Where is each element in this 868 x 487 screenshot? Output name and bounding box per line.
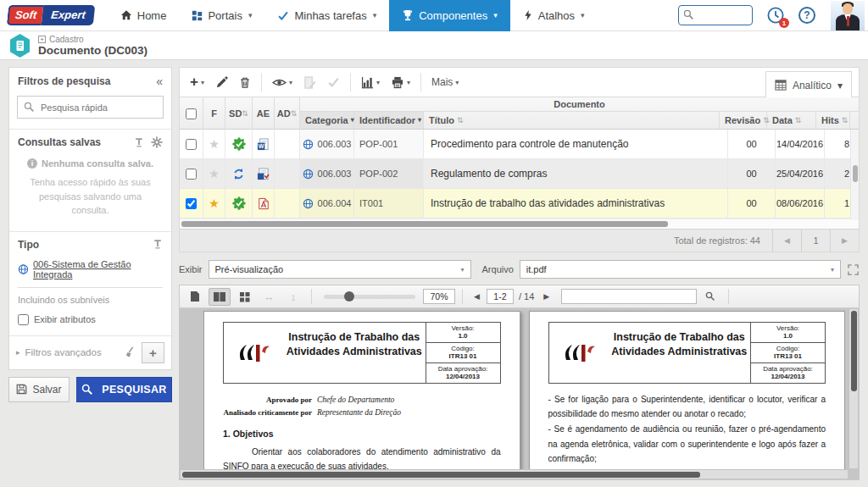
row-checkbox[interactable] — [186, 198, 197, 209]
plus-icon: + — [190, 76, 198, 88]
single-page-view-button[interactable] — [184, 288, 206, 306]
nav-portais[interactable]: Portais ▾ — [179, 0, 264, 31]
favorite-star-icon[interactable]: ★ — [209, 167, 220, 180]
bar-chart-icon — [361, 76, 374, 89]
grid-vertical-scrollbar[interactable] — [850, 130, 859, 219]
col-hits[interactable]: Hits⇅ — [816, 112, 850, 129]
cell-categoria: 006.003 — [318, 169, 352, 179]
col-identificador[interactable]: Identificador▾ — [354, 112, 424, 129]
pending-activities-button[interactable]: 1 — [766, 6, 785, 25]
show-attributes-checkbox[interactable] — [18, 314, 29, 325]
exibir-label: Exibir — [179, 264, 203, 274]
chevron-down-icon: ▾ — [581, 11, 585, 19]
select-all-checkbox[interactable] — [186, 108, 197, 119]
thumbnails-view-button[interactable] — [233, 288, 255, 306]
fullscreen-icon[interactable] — [847, 263, 860, 276]
advanced-filters-row[interactable]: ▸ Filtros avançados + — [9, 335, 171, 369]
exibir-select[interactable]: Pré-visualização ▾ — [209, 260, 471, 279]
favorite-star-icon[interactable]: ★ — [209, 137, 220, 151]
grid-toolbar: + ▾ ▾ ▾ — [179, 67, 860, 97]
quick-search-input[interactable] — [17, 96, 164, 119]
approved-by-value: Chefe do Departamento — [317, 396, 501, 406]
view-button[interactable]: ▾ — [267, 72, 298, 93]
pin-icon[interactable] — [134, 137, 144, 148]
edit-button[interactable] — [210, 72, 233, 93]
cell-data: 14/04/2016 — [776, 139, 823, 149]
zoom-slider-knob[interactable] — [344, 291, 354, 302]
check-icon — [277, 10, 289, 21]
grid-horizontal-scrollbar[interactable] — [180, 219, 859, 229]
row-checkbox[interactable] — [186, 169, 197, 180]
pdf-page2-body: - Se for ligação para o Superintendente,… — [548, 392, 826, 469]
reviewed-by-value: Representante da Direção — [317, 408, 501, 418]
zoom-value[interactable]: 70% — [423, 289, 455, 304]
table-row[interactable]: ★ 006.003 POP-002 Regulamento de compras… — [180, 159, 859, 189]
more-button[interactable]: Mais ▾ — [426, 72, 464, 92]
save-button[interactable]: Salvar — [8, 377, 70, 402]
zoom-slider[interactable] — [324, 295, 415, 299]
row-checkbox[interactable] — [186, 139, 197, 150]
file-pdf-icon — [253, 189, 275, 218]
prev-page-icon[interactable]: ◀ — [470, 292, 484, 301]
sort-icon: ⇅ — [291, 109, 298, 118]
prev-page-button[interactable]: ◀ — [772, 230, 801, 252]
user-avatar[interactable] — [831, 1, 865, 30]
clear-filters-icon[interactable] — [125, 346, 136, 358]
col-favorite[interactable]: F — [203, 97, 225, 130]
favorite-star-icon[interactable]: ★ — [209, 196, 220, 210]
cell-titulo: Regulamento de compras — [431, 168, 547, 180]
col-titulo[interactable]: Título⇅ — [424, 112, 720, 129]
company-logo — [224, 323, 283, 383]
pdf-vertical-scrollbar[interactable] — [849, 309, 858, 468]
arquivo-select[interactable]: it.pdf ▾ — [520, 260, 841, 279]
group-header-documento: Documento — [300, 97, 859, 112]
pdf-horizontal-scrollbar[interactable] — [181, 469, 848, 479]
cell-identificador: POP-002 — [359, 169, 398, 179]
col-sd[interactable]: SD⇅ — [225, 97, 253, 130]
nav-minhas-tarefas[interactable]: Minhas tarefas ▾ — [264, 0, 389, 31]
pdf-search-input[interactable] — [561, 289, 697, 304]
view-mode-selector[interactable]: Analítico ▾ — [765, 71, 852, 98]
category-link[interactable]: 006-Sistema de Gestão Integrada — [33, 259, 163, 279]
col-data[interactable]: Data⇅ — [767, 112, 816, 129]
delete-button[interactable] — [234, 72, 256, 93]
facing-pages-view-button[interactable] — [209, 288, 231, 306]
sort-icon: ⇅ — [457, 116, 464, 125]
expand-tree-icon[interactable]: + — [38, 36, 46, 43]
pin-icon[interactable] — [153, 239, 163, 250]
chevron-down-icon: ▾ — [407, 79, 410, 86]
show-attributes-label: Exibir atributos — [34, 314, 96, 324]
col-ae[interactable]: AE — [253, 97, 275, 130]
nav-atalhos[interactable]: Atalhos ▾ — [510, 0, 598, 31]
collapse-sidebar-icon[interactable]: « — [156, 77, 163, 86]
col-ad[interactable]: AD⇅ — [275, 97, 300, 130]
breadcrumb-section[interactable]: Cadastro — [49, 35, 84, 44]
col-revisao[interactable]: Revisão⇅ — [720, 112, 767, 129]
globe-icon — [303, 139, 314, 150]
page-number-input[interactable]: 1-2 — [487, 289, 514, 304]
table-row[interactable]: ★ W 006.003 POP-001 Procedimento para co… — [180, 130, 859, 159]
help-button[interactable]: ? — [798, 7, 815, 24]
search-button[interactable]: PESQUISAR — [76, 377, 172, 402]
chart-button[interactable]: ▾ — [356, 72, 385, 93]
add-button[interactable]: + ▾ — [185, 72, 209, 92]
advanced-filters-label: Filtros avançados — [25, 347, 102, 357]
add-filter-button[interactable]: + — [142, 342, 164, 363]
print-button[interactable]: ▾ — [386, 72, 415, 93]
gear-icon[interactable] — [151, 136, 163, 148]
nav-componentes[interactable]: Componentes ▾ — [389, 0, 509, 31]
chevron-down-icon: ▾ — [289, 79, 292, 86]
fit-height-button: ↕ — [282, 288, 304, 306]
current-page[interactable]: 1 — [801, 230, 830, 252]
pdf-search-button[interactable] — [699, 288, 721, 306]
softexpert-logo[interactable]: Soft Expert — [7, 5, 95, 25]
next-page-button[interactable]: ▶ — [830, 230, 859, 252]
chevron-down-icon: ▾ — [376, 79, 380, 86]
fit-width-button: ↔ — [258, 288, 280, 306]
search-icon — [683, 9, 694, 20]
next-page-icon[interactable]: ▶ — [539, 292, 554, 301]
col-categoria[interactable]: Categoria▾ — [300, 112, 354, 129]
pdf-viewer-area[interactable]: Instrução de Trabalho das Atividades Adm… — [180, 308, 859, 479]
nav-home[interactable]: Home — [108, 0, 180, 31]
table-row-selected[interactable]: ★ 006.004 IT001 Instrução de trabalho da… — [180, 189, 859, 219]
